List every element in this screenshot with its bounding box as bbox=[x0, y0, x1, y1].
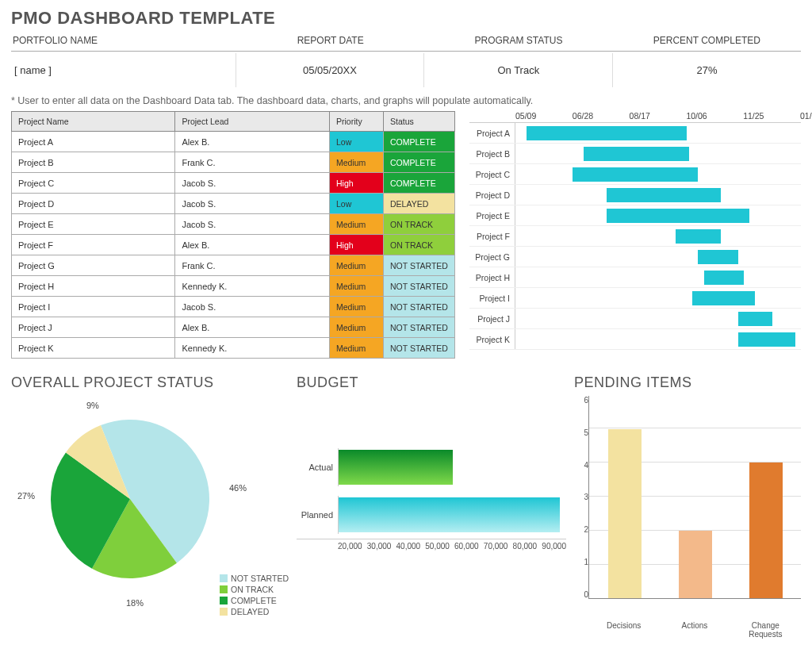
gantt-track bbox=[515, 309, 801, 328]
panel-title-pending: PENDING ITEMS bbox=[574, 374, 801, 391]
cell-priority: Medium bbox=[330, 276, 384, 297]
cell-status: COMPLETE bbox=[384, 152, 455, 173]
legend-swatch bbox=[220, 574, 228, 582]
gantt-track bbox=[515, 185, 801, 205]
page-title: PMO DASHBOARD TEMPLATE bbox=[11, 8, 801, 29]
cell-project-name: Project D bbox=[12, 194, 175, 214]
gantt-row-label: Project G bbox=[469, 247, 515, 267]
gantt-tick: 01/14 bbox=[800, 111, 801, 121]
gantt-bar bbox=[676, 229, 722, 244]
cell-project-lead: Alex B. bbox=[175, 132, 330, 152]
hdr-portfolio-label: PORTFOLIO NAME bbox=[11, 32, 236, 51]
pie-chart: 46% 18% 27% 9% NOT STARTEDON TRACKCOMPLE… bbox=[11, 396, 289, 634]
pending-bar bbox=[679, 531, 712, 598]
cell-project-name: Project H bbox=[12, 276, 175, 297]
gantt-row-label: Project C bbox=[469, 164, 515, 184]
cell-project-lead: Jacob S. bbox=[175, 297, 330, 317]
cell-project-name: Project E bbox=[12, 214, 175, 235]
budget-tick: 70,000 bbox=[484, 542, 508, 551]
gantt-row: Project I bbox=[469, 288, 801, 309]
header-values-row: [ name ] 05/05/20XX On Track 27% bbox=[11, 53, 801, 87]
budget-tick: 90,000 bbox=[542, 542, 566, 551]
table-row: Project AAlex B.LowCOMPLETE bbox=[12, 132, 455, 152]
cell-project-lead: Frank C. bbox=[175, 255, 330, 276]
portfolio-name-field[interactable]: [ name ] bbox=[11, 53, 236, 87]
gantt-bar bbox=[738, 312, 772, 326]
gantt-track bbox=[515, 247, 801, 267]
legend-item: COMPLETE bbox=[220, 596, 289, 605]
col-project-name: Project Name bbox=[12, 112, 175, 132]
legend-swatch bbox=[220, 608, 228, 616]
pending-x-labels: DecisionsActionsChange Requests bbox=[574, 621, 801, 639]
table-row: Project IJacob S.MediumNOT STARTED bbox=[12, 297, 455, 317]
gantt-row: Project E bbox=[469, 205, 801, 226]
cell-project-lead: Alex B. bbox=[175, 317, 330, 338]
legend-item: NOT STARTED bbox=[220, 574, 289, 583]
pending-y-tick: 2 bbox=[574, 525, 588, 534]
gantt-bar bbox=[738, 332, 795, 347]
hdr-status-label: PROGRAM STATUS bbox=[424, 32, 612, 51]
gantt-track bbox=[515, 288, 801, 308]
cell-status: NOT STARTED bbox=[384, 255, 455, 276]
gantt-row-label: Project E bbox=[469, 205, 515, 225]
gantt-track bbox=[515, 144, 801, 163]
gantt-row: Project A bbox=[469, 123, 801, 144]
budget-label: Actual bbox=[297, 462, 338, 472]
legend-label: ON TRACK bbox=[231, 585, 274, 594]
cell-project-name: Project C bbox=[12, 173, 175, 194]
cell-priority: High bbox=[330, 235, 384, 255]
gantt-bar bbox=[698, 250, 737, 264]
program-status-field[interactable]: On Track bbox=[424, 53, 613, 87]
table-row: Project JAlex B.MediumNOT STARTED bbox=[12, 317, 455, 338]
pending-bar-col bbox=[742, 462, 790, 598]
budget-row: Actual bbox=[297, 443, 566, 491]
table-row: Project GFrank C.MediumNOT STARTED bbox=[12, 255, 455, 276]
budget-x-axis: 20,00030,00040,00050,00060,00070,00080,0… bbox=[297, 539, 566, 551]
budget-track bbox=[338, 448, 566, 486]
pending-y-axis: 6543210 bbox=[574, 396, 588, 618]
report-date-field[interactable]: 05/05/20XX bbox=[236, 53, 425, 87]
budget-tick: 60,000 bbox=[454, 542, 479, 551]
budget-chart: ActualPlanned 20,00030,00040,00050,00060… bbox=[297, 396, 566, 618]
gantt-x-axis: 05/0906/2808/1710/0611/2501/14 bbox=[469, 111, 801, 122]
cell-project-lead: Jacob S. bbox=[175, 214, 330, 235]
gantt-tick: 05/09 bbox=[515, 111, 516, 121]
cell-project-name: Project J bbox=[12, 317, 175, 338]
legend-item: DELAYED bbox=[220, 607, 289, 616]
instruction-note: * User to enter all data on the Dashboar… bbox=[11, 95, 801, 106]
pending-y-tick: 5 bbox=[574, 428, 588, 437]
budget-bar bbox=[339, 497, 560, 532]
cell-project-lead: Jacob S. bbox=[175, 194, 330, 214]
gantt-row: Project G bbox=[469, 247, 801, 267]
header-labels-row: PORTFOLIO NAME REPORT DATE PROGRAM STATU… bbox=[11, 32, 801, 52]
table-row: Project KKennedy K.MediumNOT STARTED bbox=[12, 338, 455, 359]
cell-status: ON TRACK bbox=[384, 214, 455, 235]
pending-x-label: Change Requests bbox=[741, 621, 789, 639]
hdr-reportdate-label: REPORT DATE bbox=[236, 32, 424, 51]
cell-project-lead: Jacob S. bbox=[175, 173, 330, 194]
cell-status: NOT STARTED bbox=[384, 317, 455, 338]
cell-project-name: Project B bbox=[12, 152, 175, 173]
cell-priority: Medium bbox=[330, 317, 384, 338]
cell-project-name: Project G bbox=[12, 255, 175, 276]
gantt-row: Project F bbox=[469, 226, 801, 247]
pie-pct-notstarted: 46% bbox=[229, 483, 247, 493]
cell-project-name: Project I bbox=[12, 297, 175, 317]
pie-pct-delayed: 9% bbox=[86, 401, 99, 410]
pie-svg bbox=[43, 412, 217, 586]
gantt-row: Project C bbox=[469, 164, 801, 185]
gantt-chart: 05/0906/2808/1710/0611/2501/14 Project A… bbox=[469, 111, 801, 359]
percent-completed-field[interactable]: 27% bbox=[613, 53, 801, 87]
budget-tick: 80,000 bbox=[513, 542, 538, 551]
gantt-bar bbox=[692, 291, 755, 305]
budget-track bbox=[338, 496, 566, 534]
gantt-bar bbox=[584, 147, 688, 161]
gantt-row-label: Project H bbox=[469, 267, 515, 287]
legend-label: COMPLETE bbox=[231, 596, 277, 605]
pending-x-label: Actions bbox=[671, 621, 718, 639]
legend-label: DELAYED bbox=[231, 607, 269, 616]
pending-y-tick: 0 bbox=[574, 590, 588, 599]
budget-label: Planned bbox=[297, 510, 338, 520]
gantt-bar bbox=[704, 271, 744, 285]
pending-bar bbox=[749, 462, 783, 598]
